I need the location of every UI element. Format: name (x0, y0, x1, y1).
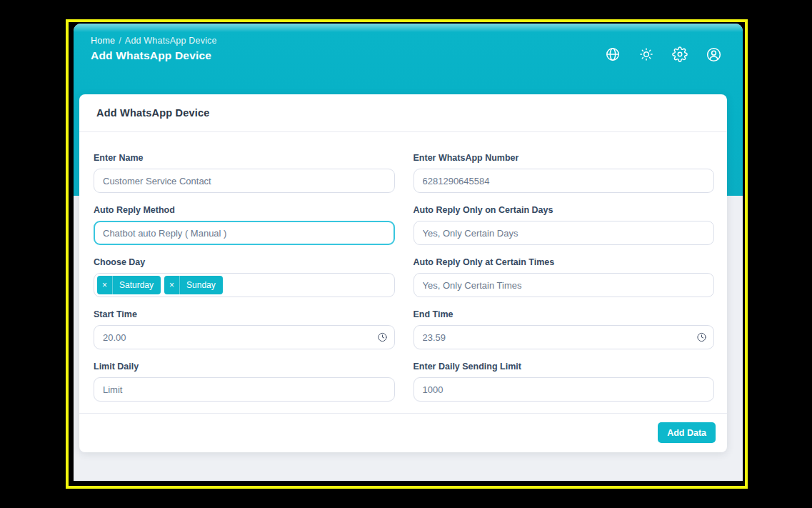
day-tag: × Saturday (97, 276, 161, 294)
breadcrumb: Home/Add WhatsApp Device (91, 36, 217, 46)
account-icon[interactable] (701, 42, 726, 66)
field-sending-limit: Enter Daily Sending Limit (413, 362, 715, 402)
certain-days-label: Auto Reply Only on Certain Days (413, 205, 715, 215)
add-data-button[interactable]: Add Data (658, 422, 716, 443)
light-mode-icon[interactable] (634, 42, 658, 66)
field-auto-reply-method: Auto Reply Method (94, 205, 395, 245)
field-end-time: End Time (413, 309, 715, 349)
globe-icon[interactable] (601, 42, 625, 66)
whatsapp-number-label: Enter WhatsApp Number (413, 153, 715, 163)
field-whatsapp-number: Enter WhatsApp Number (413, 153, 715, 193)
limit-daily-select[interactable] (94, 377, 395, 402)
clock-icon[interactable] (377, 332, 388, 343)
enter-name-label: Enter Name (94, 153, 395, 163)
app-window: Home/Add WhatsApp Device Add WhatsApp De… (74, 24, 743, 481)
screenshot-frame: Home/Add WhatsApp Device Add WhatsApp De… (66, 19, 748, 489)
page-heading: Home/Add WhatsApp Device Add WhatsApp De… (91, 36, 217, 62)
breadcrumb-separator: / (119, 36, 121, 46)
certain-times-label: Auto Reply Only at Certain Times (413, 257, 715, 267)
choose-day-multiselect[interactable]: × Saturday × Sunday (94, 273, 395, 297)
field-certain-days: Auto Reply Only on Certain Days (413, 205, 715, 245)
field-start-time: Start Time (94, 309, 395, 349)
auto-reply-method-select[interactable] (94, 221, 395, 245)
end-time-input[interactable] (413, 325, 715, 349)
field-limit-daily: Limit Daily (94, 362, 395, 402)
field-enter-name: Enter Name (94, 153, 395, 193)
end-time-label: End Time (413, 309, 715, 319)
topbar-actions (601, 42, 726, 66)
auto-reply-method-label: Auto Reply Method (94, 205, 395, 215)
remove-tag-icon[interactable]: × (97, 276, 113, 294)
choose-day-label: Choose Day (94, 257, 395, 267)
add-device-card: Add WhatsApp Device Enter Name Enter Wha… (79, 94, 727, 452)
remove-tag-icon[interactable]: × (164, 276, 180, 294)
limit-daily-label: Limit Daily (94, 362, 395, 372)
certain-times-select[interactable] (413, 273, 715, 297)
sending-limit-input[interactable] (413, 377, 715, 402)
device-form: Enter Name Enter WhatsApp Number Auto Re… (79, 132, 727, 413)
field-choose-day: Choose Day × Saturday × Sunday (94, 257, 395, 297)
page-title: Add WhatsApp Device (91, 49, 217, 62)
day-tag-label: Sunday (180, 276, 223, 294)
start-time-input[interactable] (94, 325, 395, 349)
start-time-label: Start Time (94, 309, 395, 319)
card-footer: Add Data (79, 413, 727, 452)
card-title: Add WhatsApp Device (96, 107, 210, 119)
card-header: Add WhatsApp Device (79, 94, 727, 132)
whatsapp-number-input[interactable] (413, 169, 715, 193)
day-tag-label: Saturday (113, 276, 161, 294)
breadcrumb-home-link[interactable]: Home (91, 36, 115, 46)
breadcrumb-current: Add WhatsApp Device (125, 36, 217, 46)
settings-gear-icon[interactable] (668, 42, 692, 66)
certain-days-select[interactable] (413, 221, 715, 245)
enter-name-input[interactable] (94, 169, 395, 193)
field-certain-times: Auto Reply Only at Certain Times (413, 257, 715, 297)
day-tag: × Sunday (164, 276, 223, 294)
clock-icon[interactable] (696, 332, 707, 343)
sending-limit-label: Enter Daily Sending Limit (413, 362, 715, 372)
